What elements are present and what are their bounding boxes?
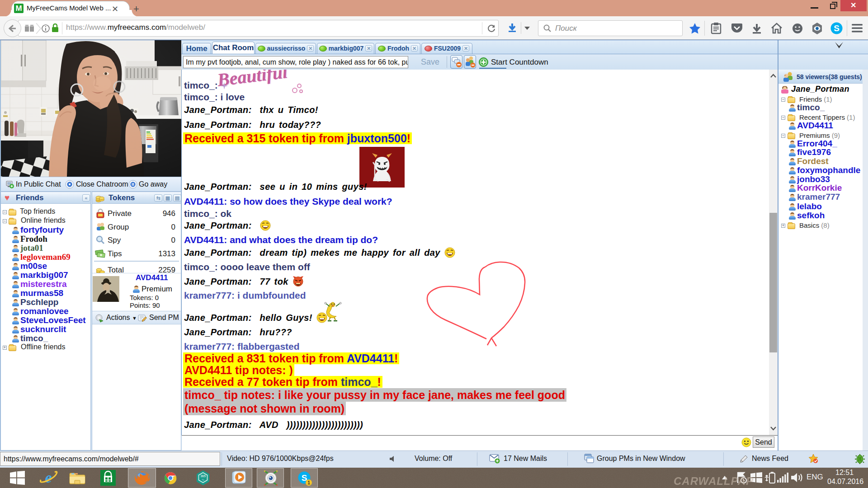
- svg-text:1: 1: [307, 480, 310, 485]
- svg-text:e: e: [45, 469, 52, 486]
- svg-text:½: ½: [202, 479, 204, 481]
- svg-text:S: S: [834, 23, 840, 33]
- svg-text:365: 365: [200, 474, 206, 478]
